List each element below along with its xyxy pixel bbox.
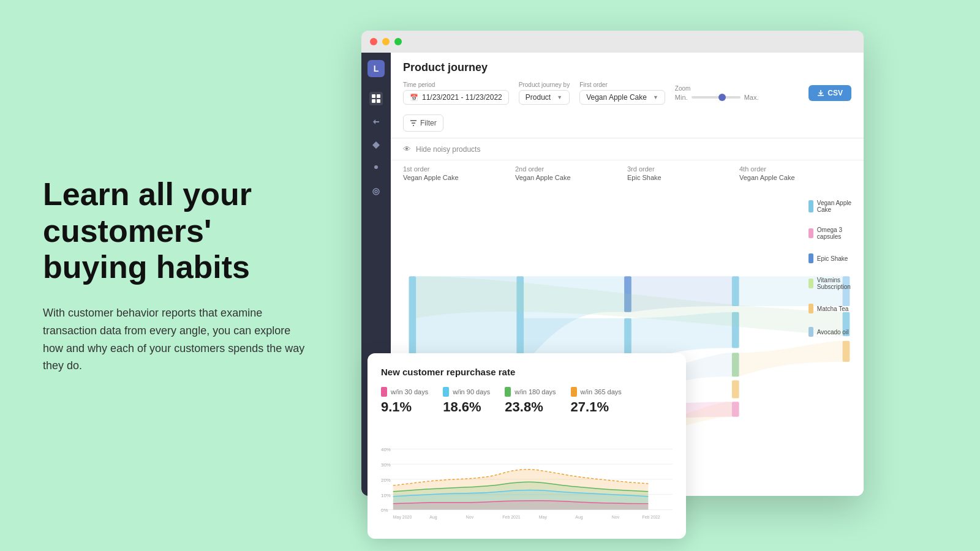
svg-rect-19 (732, 380, 739, 398)
product-label-matcha: Matcha Tea (809, 304, 851, 313)
zoom-max: Max. (744, 94, 759, 101)
hide-noisy-bar[interactable]: 👁 Hide noisy products (391, 138, 864, 160)
journey-by-label: Product journey by (519, 81, 570, 88)
maximize-button[interactable] (394, 38, 402, 45)
svg-text:Nov: Nov (466, 515, 474, 519)
first-order-group: First order Vegan Apple Cake ▼ (579, 81, 665, 105)
svg-point-5 (373, 189, 379, 195)
metric-180days-label: w/in 180 days (505, 387, 556, 397)
product-label-epic-shake: Epic Shake (809, 253, 851, 263)
eye-icon: 👁 (403, 144, 411, 154)
repurchase-chart-svg: 0% 10% 20% 30% 40% May 2020 Au (381, 427, 673, 525)
journey-by-value: Product (526, 93, 551, 102)
subtext: With customer behavior reports that exam… (43, 304, 312, 375)
svg-rect-16 (732, 276, 739, 306)
journey-by-select[interactable]: Product ▼ (519, 90, 570, 105)
order-4-product: Vegan Apple Cake (739, 174, 851, 181)
main-header: Product journey Time period 📅 11/23/2021… (391, 53, 864, 138)
svg-rect-20 (732, 402, 739, 416)
metric-dot-orange (571, 387, 577, 397)
order-labels-row: 1st order Vegan Apple Cake 2nd order Veg… (391, 160, 864, 181)
product-swatch-5 (809, 304, 813, 313)
csv-button[interactable]: CSV (809, 85, 851, 101)
time-period-label: Time period (403, 81, 509, 88)
svg-point-4 (374, 165, 378, 169)
order-3-product: Epic Shake (627, 174, 739, 181)
zoom-control[interactable]: Min. Max. (675, 94, 759, 101)
metric-90days-value: 18.6% (443, 399, 490, 415)
metric-dot-green (505, 387, 511, 397)
time-period-select[interactable]: 📅 11/23/2021 - 11/23/2022 (403, 90, 509, 105)
order-4-header: 4th order Vegan Apple Cake (739, 165, 851, 181)
calendar-icon: 📅 (410, 94, 418, 102)
hide-noisy-label: Hide noisy products (416, 145, 480, 154)
filters-row: Time period 📅 11/23/2021 - 11/23/2022 Pr… (403, 81, 851, 132)
svg-text:Feb 2021: Feb 2021 (502, 515, 520, 519)
csv-label: CSV (827, 89, 843, 97)
sidebar-icon-grid[interactable] (369, 92, 383, 105)
product-swatch-4 (809, 279, 813, 288)
sidebar-icon-diamond[interactable] (369, 138, 383, 152)
first-order-select[interactable]: Vegan Apple Cake ▼ (579, 90, 665, 105)
svg-rect-2 (372, 99, 375, 103)
svg-text:May: May (539, 515, 548, 520)
filter-icon (410, 119, 417, 127)
minimize-button[interactable] (382, 38, 390, 45)
svg-text:10%: 10% (381, 493, 391, 498)
metric-180days-value: 23.8% (505, 399, 556, 415)
metric-180days: w/in 180 days 23.8% (505, 387, 556, 415)
close-button[interactable] (370, 38, 377, 45)
sidebar-icon-arrow[interactable] (369, 115, 383, 129)
sidebar-icon-pin[interactable] (369, 162, 383, 175)
time-period-value: 11/23/2021 - 11/23/2022 (422, 93, 502, 102)
metric-dot-pink (381, 387, 387, 397)
metric-365days: w/in 365 days 27.1% (571, 387, 622, 415)
metric-30days: w/in 30 days 9.1% (381, 387, 428, 415)
repurchase-title: New customer repurchase rate (381, 367, 673, 377)
order-3-header: 3rd order Epic Shake (627, 165, 739, 181)
headline: Learn all your customers' buying habits (43, 176, 312, 286)
svg-text:20%: 20% (381, 478, 391, 483)
right-panel: L (355, 0, 980, 551)
download-icon (817, 89, 824, 97)
order-1-product: Vegan Apple Cake (403, 174, 515, 181)
time-period-group: Time period 📅 11/23/2021 - 11/23/2022 (403, 81, 509, 105)
metric-365days-value: 27.1% (571, 399, 622, 415)
zoom-min: Min. (675, 94, 688, 101)
order-2-product: Vegan Apple Cake (515, 174, 627, 181)
sidebar-icon-target[interactable] (369, 185, 383, 198)
repurchase-card: New customer repurchase rate w/in 30 day… (368, 353, 686, 539)
svg-rect-3 (377, 99, 380, 103)
browser-titlebar (361, 31, 864, 53)
svg-text:May 2020: May 2020 (393, 515, 412, 520)
journey-by-group: Product journey by Product ▼ (519, 81, 570, 105)
metric-30days-label: w/in 30 days (381, 387, 428, 397)
repurchase-metrics: w/in 30 days 9.1% w/in 90 days 18.6% w/i… (381, 387, 673, 415)
sidebar-logo[interactable]: L (368, 60, 385, 77)
product-swatch-6 (809, 327, 813, 337)
chevron-down-icon: ▼ (557, 94, 562, 100)
product-label-vegan-apple: Vegan AppleCake (809, 200, 851, 213)
page-title: Product journey (403, 61, 851, 74)
filter-button[interactable]: Filter (403, 114, 443, 132)
zoom-group: Zoom Min. Max. (675, 85, 759, 101)
svg-text:Nov: Nov (612, 515, 620, 519)
metric-90days: w/in 90 days 18.6% (443, 387, 490, 415)
svg-rect-18 (732, 353, 739, 377)
metric-365days-label: w/in 365 days (571, 387, 622, 397)
svg-rect-23 (843, 341, 850, 362)
svg-rect-1 (377, 94, 380, 98)
metric-90days-label: w/in 90 days (443, 387, 490, 397)
zoom-slider[interactable] (692, 96, 741, 99)
filter-label: Filter (420, 119, 437, 127)
first-order-label: First order (579, 81, 665, 88)
svg-text:0%: 0% (381, 508, 388, 514)
metric-dot-blue (443, 387, 449, 397)
first-order-value: Vegan Apple Cake (586, 93, 647, 102)
product-label-avocado: Avocado oil (809, 327, 851, 337)
product-swatch-1 (809, 200, 813, 212)
product-label-vitamins: VitaminsSubscription (809, 277, 851, 290)
order-2-header: 2nd order Vegan Apple Cake (515, 165, 627, 181)
svg-text:Feb 2022: Feb 2022 (642, 515, 660, 519)
svg-rect-0 (372, 94, 375, 98)
